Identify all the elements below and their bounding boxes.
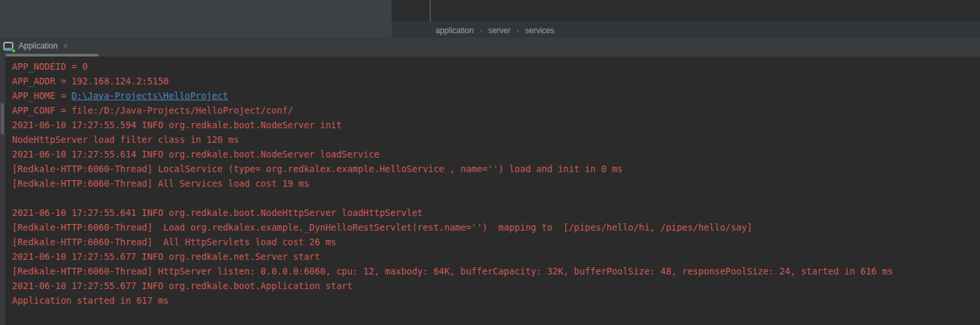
breadcrumb-item-services[interactable]: services: [525, 26, 554, 35]
console-panel[interactable]: APP_NODEID = 0APP_ADDR = 192.168.124.2:5…: [0, 56, 980, 325]
console-icon: [3, 42, 14, 51]
top-editor-strip: application › server › services: [0, 0, 980, 38]
console-text: [Redkale-HTTP:6060-Thread] Load org.redk…: [12, 222, 753, 233]
console-line: APP_NODEID = 0: [12, 59, 980, 74]
console-line: [Redkale-HTTP:6060-Thread] HttpServer li…: [12, 264, 980, 278]
tab-application[interactable]: Application ×: [2, 38, 69, 54]
console-output[interactable]: APP_NODEID = 0APP_ADDR = 192.168.124.2:5…: [12, 59, 980, 308]
console-line: APP_CONF = file:/D:/Java-Projects/HelloP…: [12, 103, 980, 118]
tab-application-label: Application: [19, 41, 58, 51]
console-line: NodeHttpServer load filter class in 120 …: [12, 132, 980, 147]
console-line: [Redkale-HTTP:6060-Thread] All Services …: [12, 176, 980, 191]
left-toolbar-strip: [0, 56, 5, 325]
console-text: NodeHttpServer load filter class in 120 …: [12, 134, 239, 145]
console-line: [Redkale-HTTP:6060-Thread] All HttpServl…: [12, 235, 980, 249]
scrollbar-thumb[interactable]: [1, 103, 4, 134]
console-line: 2021-06-10 17:27:55.641 INFO org.redkale…: [12, 205, 980, 220]
running-indicator-icon: [11, 49, 16, 53]
editor-pane-right[interactable]: [392, 0, 980, 22]
editor-pane-left[interactable]: [0, 0, 392, 38]
console-line: APP_HOME = D:\Java-Projects\HelloProject: [12, 88, 980, 103]
run-tab-bar: Application ×: [0, 38, 980, 56]
editor-divider: [429, 0, 431, 22]
console-line: 2021-06-10 17:27:55.677 INFO org.redkale…: [12, 278, 980, 293]
console-text: APP_ADDR = 192.168.124.2:5150: [12, 76, 169, 86]
breadcrumb-item-application[interactable]: application: [435, 26, 473, 35]
chevron-right-icon: ›: [479, 26, 482, 35]
console-line: [Redkale-HTTP:6060-Thread] LocalService …: [12, 162, 980, 176]
console-line: Application started in 617 ms: [12, 293, 980, 308]
ide-window: application › server › services Applicat…: [0, 0, 980, 325]
console-text: APP_CONF = file:/D:/Java-Projects/HelloP…: [12, 105, 293, 116]
console-line: APP_ADDR = 192.168.124.2:5150: [12, 74, 980, 88]
console-text: 2021-06-10 17:27:55.594 INFO org.redkale…: [12, 120, 342, 130]
console-text: 2021-06-10 17:27:55.641 INFO org.redkale…: [12, 207, 423, 218]
console-text: 2021-06-10 17:27:55.614 INFO org.redkale…: [12, 149, 380, 160]
console-text: [Redkale-HTTP:6060-Thread] All Services …: [12, 178, 309, 189]
breadcrumb: application › server › services: [392, 22, 980, 38]
console-text: [Redkale-HTTP:6060-Thread] All HttpServl…: [12, 237, 336, 247]
console-text: APP_HOME =: [12, 90, 71, 101]
console-text: [Redkale-HTTP:6060-Thread] LocalService …: [12, 163, 622, 174]
console-text: 2021-06-10 17:27:55.677 INFO org.redkale…: [12, 251, 320, 262]
console-line: 2021-06-10 17:27:55.614 INFO org.redkale…: [12, 147, 980, 162]
console-line: 2021-06-10 17:27:55.677 INFO org.redkale…: [12, 249, 980, 264]
tab-close-icon[interactable]: ×: [63, 42, 68, 51]
breadcrumb-item-server[interactable]: server: [488, 26, 510, 35]
console-text: [Redkale-HTTP:6060-Thread] HttpServer li…: [12, 266, 893, 276]
console-text: APP_NODEID = 0: [12, 61, 88, 72]
chevron-right-icon: ›: [517, 26, 519, 35]
console-text: Application started in 617 ms: [12, 295, 169, 306]
console-text: 2021-06-10 17:27:55.677 INFO org.redkale…: [12, 280, 352, 291]
console-file-link[interactable]: D:\Java-Projects\HelloProject: [71, 90, 228, 101]
console-line: 2021-06-10 17:27:55.594 INFO org.redkale…: [12, 118, 980, 132]
console-line: [12, 191, 980, 205]
console-line: [Redkale-HTTP:6060-Thread] Load org.redk…: [12, 220, 980, 235]
